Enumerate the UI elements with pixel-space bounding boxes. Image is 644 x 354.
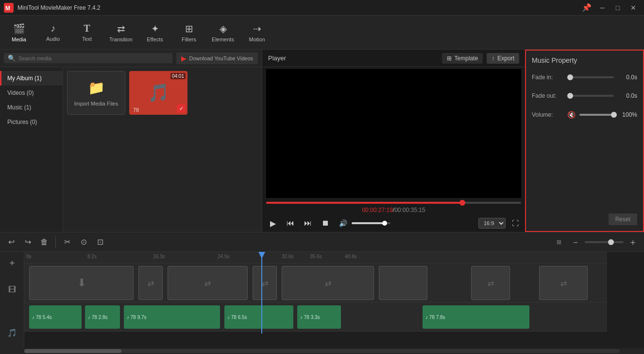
music-duration: 04:01 [170, 73, 186, 79]
redo-button[interactable]: ↪ [20, 235, 35, 249]
reset-button[interactable]: Reset [609, 213, 637, 225]
volume-icon[interactable]: 🔊 [336, 216, 350, 230]
sidebar-item-pictures[interactable]: Pictures (0) [0, 115, 63, 129]
template-button[interactable]: ⊞ Template [442, 53, 483, 64]
search-input[interactable] [18, 55, 169, 61]
video-segment-5[interactable]: ⇄ [282, 266, 374, 300]
audio-seg-label-3: ♪ 78 9.7s [127, 315, 147, 320]
pin-icon[interactable]: 📌 [582, 3, 592, 12]
playhead-marker [258, 252, 265, 259]
music-media-item[interactable]: 04:01 🎵 ✓ 78 [129, 71, 187, 115]
sidebar-item-music[interactable]: Music (1) [0, 100, 63, 115]
toolbar-transition[interactable]: ⇄ Transition [104, 17, 138, 48]
video-segment-6[interactable] [379, 266, 427, 300]
timeline-toolbar: ↩ ↪ 🗑 ✂ ⊙ ⊡ ⊞ － ＋ [0, 232, 644, 252]
audio-seg-label-1: ♪ 78 5.4s [32, 315, 52, 320]
delete-button[interactable]: 🗑 [37, 235, 51, 249]
sidebar-item-myalbum[interactable]: My Album (1) [0, 71, 63, 86]
volume-property-value: 100% [618, 111, 637, 118]
next-frame-button[interactable]: ⏭ [301, 216, 315, 230]
toolbar-media[interactable]: 🎬 Media [2, 17, 36, 48]
panel-body: My Album (1) Videos (0) Music (1) Pictur… [0, 67, 262, 232]
motion-icon: ⇢ [253, 23, 261, 35]
video-segment-2[interactable]: ⇄ [138, 266, 163, 300]
audio-segment-2[interactable]: ♪ 78 2.8s [85, 305, 120, 329]
close-button[interactable]: ✕ [627, 1, 640, 15]
progress-thumb[interactable] [459, 200, 465, 206]
video-segment-8[interactable]: ⇄ [539, 266, 588, 300]
restore-button[interactable]: □ [611, 1, 625, 15]
timeline-area: ↩ ↪ 🗑 ✂ ⊙ ⊡ ⊞ － ＋ ＋ 🎞 🎵 0s 8.2s [0, 232, 644, 354]
audio-track: ♪ 78 5.4s ♪ 78 2.8s ♪ 78 9.7s ♪ 78 6.5s … [24, 302, 607, 332]
prev-frame-button[interactable]: ⏮ [284, 216, 297, 230]
loop-icon-6: ⇄ [560, 279, 567, 288]
audio-segment-4[interactable]: ♪ 78 6.5s [224, 305, 293, 329]
toolbar-motion[interactable]: ⇢ Motion [240, 17, 274, 48]
toolbar-effects[interactable]: ✦ Effects [138, 17, 172, 48]
progress-track[interactable] [266, 202, 521, 204]
audio-label: Audio [46, 36, 60, 42]
export-button[interactable]: ↑ Export [487, 53, 519, 64]
transition-label: Transition [109, 36, 133, 42]
import-media-item[interactable]: 📁 Import Media Files [67, 71, 125, 115]
add-track-button[interactable]: ＋ [5, 256, 19, 269]
search-area[interactable]: 🔍 [4, 53, 172, 63]
video-track: ⬇ ⇄ ⇄ ⇄ ⇄ ⇄ [24, 264, 607, 302]
audio-detach-button[interactable]: ⊙ [76, 235, 91, 249]
fade-out-slider[interactable] [567, 95, 614, 97]
minimize-button[interactable]: ─ [595, 1, 609, 15]
loop-icon-2: ⇄ [204, 279, 211, 288]
volume-label: Volume: [532, 111, 563, 118]
stop-button[interactable]: ⏹ [319, 216, 332, 230]
audio-segment-3[interactable]: ♪ 78 9.7s [124, 305, 220, 329]
audio-segment-6[interactable]: ♪ 78 7.8s [423, 305, 529, 329]
play-button[interactable]: ▶ [266, 216, 280, 230]
volume-mute-icon[interactable]: 🔇 [567, 111, 576, 119]
aspect-ratio-select[interactable]: 16:9 4:3 1:1 9:16 [478, 218, 506, 229]
split-icon[interactable]: ⊞ [552, 235, 566, 249]
player-header-buttons: ⊞ Template ↑ Export [442, 53, 519, 64]
fullscreen-button[interactable]: ⛶ [509, 217, 521, 229]
toolbar-text[interactable]: T Text [70, 17, 104, 48]
media-icon: 🎬 [13, 23, 25, 35]
toolbar-elements[interactable]: ◈ Elements [206, 17, 240, 48]
toolbar-audio[interactable]: ♪ Audio [36, 17, 70, 48]
player-area: Player ⊞ Template ↑ Export 00:00:27:19 / [262, 50, 525, 232]
fade-out-row: Fade out: 0.0s [532, 92, 637, 99]
crop-button[interactable]: ⊡ [93, 235, 107, 249]
panel-top-bar: 🔍 ▶ Download YouTube Videos [0, 50, 262, 67]
timeline-ruler[interactable]: 0s 8.2s 16.3s 24.5s 32.6s 35.6s 40.8s [24, 252, 607, 264]
download-youtube-button[interactable]: ▶ Download YouTube Videos [176, 53, 258, 64]
zoom-in-button[interactable]: ＋ [626, 235, 640, 249]
toolbar-filters[interactable]: ⊞ Filters [172, 17, 206, 48]
undo-button[interactable]: ↩ [4, 235, 18, 249]
media-grid: 📁 Import Media Files 04:01 🎵 ✓ 78 [63, 67, 262, 232]
export-label: Export [497, 55, 514, 62]
check-icon: ✓ [177, 104, 186, 113]
zoom-out-button[interactable]: － [568, 235, 583, 249]
video-segment-3[interactable]: ⇄ [168, 266, 248, 300]
scrollbar-thumb[interactable] [24, 349, 121, 353]
audio-track-icon[interactable]: 🎵 [5, 326, 19, 339]
audio-icon: ♪ [51, 23, 55, 34]
audio-segment-5[interactable]: ♪ 78 3.3s [297, 305, 341, 329]
app-title: MiniTool MovieMaker Free 7.4.2 [17, 4, 582, 11]
playhead[interactable] [261, 252, 262, 334]
volume-property-slider[interactable] [579, 114, 614, 116]
fade-in-slider[interactable] [567, 76, 614, 78]
progress-bar-area[interactable] [262, 200, 525, 206]
audio-segment-1[interactable]: ♪ 78 5.4s [29, 305, 82, 329]
volume-slider[interactable] [352, 222, 390, 224]
video-segment-7[interactable]: ⇄ [471, 266, 510, 300]
svg-text:M: M [5, 5, 10, 12]
video-track-icon[interactable]: 🎞 [5, 283, 19, 297]
sidebar-item-videos[interactable]: Videos (0) [0, 86, 63, 100]
scrollbar-track[interactable] [24, 349, 620, 353]
volume-thumb [382, 221, 387, 226]
video-segment-1[interactable]: ⬇ [29, 266, 134, 300]
cut-button[interactable]: ✂ [60, 235, 74, 249]
video-segment-4[interactable]: ⇄ [253, 266, 277, 300]
zoom-slider[interactable] [585, 241, 624, 243]
player-header: Player ⊞ Template ↑ Export [262, 50, 525, 67]
search-icon: 🔍 [8, 54, 16, 62]
